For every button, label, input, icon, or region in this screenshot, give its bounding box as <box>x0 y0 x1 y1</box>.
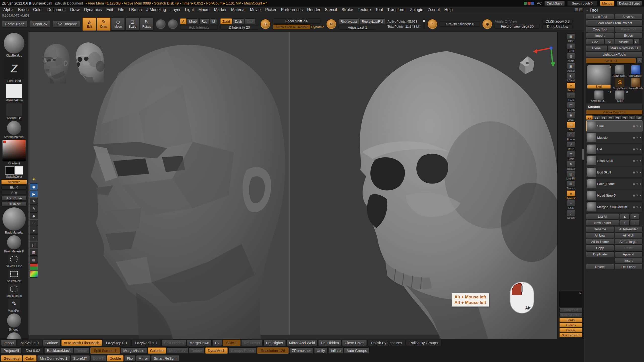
bottom-button[interactable]: Close Holes <box>342 340 367 346</box>
texture-thumbnail[interactable]: Te <box>559 291 583 307</box>
menus-button[interactable]: Menus <box>600 1 614 6</box>
bottom-button[interactable]: Unify <box>314 347 328 354</box>
bottom-button[interactable]: Inflate <box>328 347 343 354</box>
quick-tool-icon[interactable]: ↶ <box>30 234 38 241</box>
left-tray-thumbnail[interactable] <box>3 140 26 161</box>
menu-item[interactable]: Zscript <box>425 8 442 12</box>
menu-item[interactable]: Movie <box>248 8 263 12</box>
tool-button[interactable]: Export <box>615 33 643 38</box>
paint-toggle-icon[interactable]: ● <box>639 194 641 197</box>
version-tab[interactable]: V8 <box>636 115 642 120</box>
bottom-button[interactable]: Double <box>107 355 124 361</box>
replay-icon[interactable]: ↻ <box>327 19 336 29</box>
right-shelf-button[interactable]: ⊞ Xyz <box>567 122 575 131</box>
right-shelf-button[interactable]: ▣ Actual <box>567 63 575 72</box>
tool-button[interactable]: Load Tools From Project <box>586 20 642 26</box>
menu-item[interactable]: Brush <box>16 8 31 12</box>
subtool-button[interactable]: Paste <box>615 245 643 251</box>
bottom-button[interactable]: Auto Groups <box>344 347 369 354</box>
sculpt-mode-button[interactable]: Zcut <box>245 18 255 24</box>
visible-count-slider[interactable]: Visible Count 14 <box>586 110 642 115</box>
subtool-row[interactable]: Skull ◉ ✎ ● <box>586 120 642 131</box>
live-boolean-button[interactable]: Live Boolean <box>53 21 80 27</box>
subtool-button[interactable]: All To Target <box>615 239 643 245</box>
quick-tool-icon[interactable]: ✎ <box>30 205 38 212</box>
left-tray-thumbnail[interactable] <box>8 299 20 309</box>
tool-thumbnail-skull-active[interactable]: Skull 8 <box>587 65 611 90</box>
replay-last-button[interactable]: ReplayLast <box>339 18 359 24</box>
right-shelf-bottom-button[interactable]: Border <box>559 318 583 322</box>
dynamic-toggle[interactable]: Dynamic <box>311 25 324 29</box>
left-tray-thumbnail[interactable] <box>6 103 22 116</box>
left-tray-item[interactable]: SmoothValleys <box>0 332 28 339</box>
menu-item[interactable]: Transform <box>385 8 408 12</box>
active-tool-slider[interactable]: Skull. 51 <box>586 58 636 64</box>
left-tray-thumbnail[interactable] <box>4 58 24 79</box>
tool-thumb-image[interactable] <box>615 65 624 74</box>
tool-thumb-image[interactable] <box>615 78 624 87</box>
subtool-button[interactable]: New Folder <box>586 220 619 226</box>
bottom-button[interactable]: Delete <box>74 347 90 354</box>
left-tray-item[interactable]: Gradient <box>0 140 28 165</box>
left-tray-item[interactable]: FreeHand <box>0 58 28 83</box>
menu-item[interactable]: Stencil <box>323 8 339 12</box>
bottom-button[interactable]: DynaMesh <box>205 347 228 354</box>
sculpt-toggle-icon[interactable]: ✎ <box>636 182 638 186</box>
subtool-row[interactable]: Scan Skull ◉ ✎ ● <box>586 155 642 166</box>
color-mode-button[interactable]: M <box>210 18 217 24</box>
subtool-row[interactable]: Muscle ◉ ✎ ● <box>586 132 642 143</box>
quick-tool-icon[interactable]: ▦ <box>30 256 38 263</box>
right-shelf-button[interactable]: ◫ L.Sym <box>567 102 575 111</box>
left-tray-item[interactable]: AccuCurve <box>0 196 28 201</box>
tool-button[interactable]: GoZ <box>586 39 604 45</box>
bottom-button[interactable]: ZRemesher <box>289 347 313 354</box>
mode-button[interactable]: ◭Edit <box>83 18 96 31</box>
bottom-button[interactable]: Split Hidden <box>162 340 186 346</box>
left-tray-thumbnail[interactable] <box>8 284 20 294</box>
field-of-view-slider[interactable]: Field of view(deg) 30 <box>495 24 540 29</box>
draw-size-slider[interactable]: Draw Size 41.42062 <box>273 24 310 29</box>
tool-thumbnail-alphabrush[interactable]: AlphaBrush <box>629 65 643 77</box>
bottom-button[interactable]: MergeDown <box>187 340 212 346</box>
left-tray-item[interactable]: SelectLasso <box>0 254 28 268</box>
menu-item[interactable]: Render <box>305 8 323 12</box>
default-zscript-button[interactable]: DefaultZScript <box>617 1 642 6</box>
left-tray-item[interactable]: MaskPen <box>0 299 28 312</box>
subtool-button[interactable]: Append <box>615 251 643 257</box>
tool-thumbnail-simplebrush[interactable]: SimpleBrush <box>612 78 628 90</box>
quick-tool-icon[interactable]: ▶ <box>30 191 38 197</box>
left-tray-item[interactable]: BasicMaterialB <box>0 235 28 253</box>
replay-last-rel-button[interactable]: ReplayLastRel <box>360 18 385 24</box>
left-tray-thumbnail[interactable] <box>7 313 21 328</box>
right-shelf-button[interactable]: ⊡ Scale <box>567 151 575 160</box>
menu-item[interactable]: Draw <box>68 8 82 12</box>
subtool-thumbnail[interactable] <box>587 133 596 142</box>
sculpt-toggle-icon[interactable]: ✎ <box>636 148 638 151</box>
left-tray-item[interactable]: SelectRect <box>0 269 28 283</box>
subtool-button[interactable]: ↓ <box>630 220 640 226</box>
see-through-slider[interactable]: See-through 0 <box>567 1 597 6</box>
version-tab[interactable]: V4 <box>607 115 614 120</box>
bottom-button[interactable]: MidValue 0 <box>17 340 42 346</box>
tool-button[interactable]: Paste Tool <box>615 26 643 32</box>
bottom-button[interactable]: LazyStep 0.1 <box>103 340 131 346</box>
version-tab[interactable]: V2 <box>593 115 600 120</box>
left-tray-thumbnail[interactable] <box>7 121 21 135</box>
subtool-button[interactable]: AutoReorder <box>615 226 643 232</box>
menu-item[interactable]: Layer <box>168 8 183 12</box>
camera-view-icon[interactable]: ◉ <box>482 19 492 29</box>
tool-thumb-image[interactable] <box>615 90 624 100</box>
left-tray-thumbnail[interactable] <box>7 332 21 339</box>
menu-item[interactable]: Document <box>45 8 68 12</box>
quick-tool-icon[interactable]: ▥ <box>30 249 38 256</box>
bottom-button[interactable]: Split Screen 1 <box>90 347 120 354</box>
menu-item[interactable]: Edit <box>104 8 115 12</box>
sculpt-toggle-icon[interactable]: ✎ <box>636 171 638 174</box>
sculpt-mode-button[interactable]: Zsub <box>233 18 244 24</box>
bottom-button[interactable]: Uv <box>212 340 222 346</box>
quick-tool-icon[interactable]: ◉ <box>30 183 38 190</box>
bottom-button[interactable]: Flip <box>124 355 135 361</box>
right-shelf-button[interactable]: ▦ BPR <box>567 33 575 43</box>
tool-button[interactable]: Save As <box>615 14 643 20</box>
obj-shadow-slider[interactable]: ObjShadow 0.3 <box>542 19 573 24</box>
